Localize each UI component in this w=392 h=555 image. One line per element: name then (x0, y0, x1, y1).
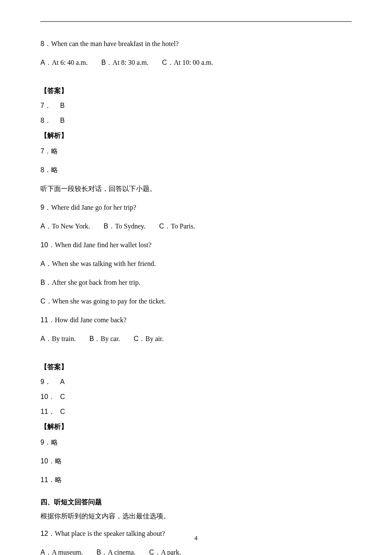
section-4-title: 四、听短文回答问题 (40, 498, 352, 507)
top-horizontal-rule (40, 21, 352, 22)
option-c: C．A park. (149, 547, 181, 555)
question-number: 8 (40, 40, 44, 47)
option-b: B．At 8: 30 a.m. (101, 58, 149, 68)
option-a: A．When she was talking with her friend. (40, 259, 352, 269)
question-text: When did Jane find her wallet lost? (55, 241, 152, 249)
section-4-instruction: 根据你所听到的短文内容，选出最佳选项。 (40, 512, 352, 521)
question-9: 9．Where did Jane go for her trip? (40, 202, 352, 213)
option-c: C．When she was going to pay for the tick… (40, 296, 352, 306)
question-number: 9 (40, 204, 44, 211)
analysis-item: 10．略 (40, 456, 352, 466)
option-a: A．A museum. (40, 547, 83, 555)
question-number: 11 (40, 316, 48, 324)
analysis-heading: 【解析】 (40, 131, 352, 140)
question-text: How did Jane come back? (55, 316, 127, 324)
answer-item: 11．C (40, 408, 352, 416)
option-a: A．To New York. (40, 221, 90, 231)
analysis-heading: 【解析】 (40, 422, 352, 431)
question-text: Where did Jane go for her trip? (51, 204, 136, 211)
question-8: 8．When can the man have breakfast in the… (40, 39, 352, 49)
question-9-options: A．To New York. B．To Sydney. C．To Paris. (40, 221, 352, 231)
option-a: A．By train. (40, 334, 76, 344)
answer-item: 7．B (40, 101, 352, 110)
analysis-item: 11．略 (40, 475, 352, 485)
question-12-options: A．A museum. B．A cinema. C．A park. (40, 547, 352, 555)
question-8-options: A．At 6: 40 a.m. B．At 8: 30 a.m. C．At 10:… (40, 58, 352, 68)
option-b: B．After she got back from her trip. (40, 278, 352, 288)
page-content: 8．When can the man have breakfast in the… (0, 0, 392, 555)
question-11: 11．How did Jane come back? (40, 315, 352, 325)
option-b: B．By car. (89, 334, 120, 344)
question-text: When can the man have breakfast in the h… (51, 40, 179, 47)
option-c: C．To Paris. (159, 221, 195, 231)
answer-heading: 【答案】 (40, 87, 352, 95)
answer-item: 9．A (40, 378, 352, 387)
option-b: B．A cinema. (97, 547, 136, 555)
dialog-intro: 听下面一段较长对话，回答以下小题。 (40, 184, 352, 194)
option-a: A．At 6: 40 a.m. (40, 58, 88, 68)
answer-item: 10．C (40, 393, 352, 402)
analysis-item: 9．略 (40, 437, 352, 448)
page-number: 4 (0, 535, 392, 541)
option-c: C．At 10: 00 a.m. (162, 58, 213, 68)
answer-item: 8．B (40, 116, 352, 125)
question-number: 10 (40, 241, 48, 249)
option-c: C．By air. (134, 334, 164, 344)
option-b: B．To Sydney. (104, 221, 145, 231)
analysis-item: 7．略 (40, 146, 352, 156)
question-11-options: A．By train. B．By car. C．By air. (40, 334, 352, 344)
answer-heading: 【答案】 (40, 363, 352, 372)
question-10: 10．When did Jane find her wallet lost? (40, 240, 352, 250)
analysis-item: 8．略 (40, 165, 352, 175)
